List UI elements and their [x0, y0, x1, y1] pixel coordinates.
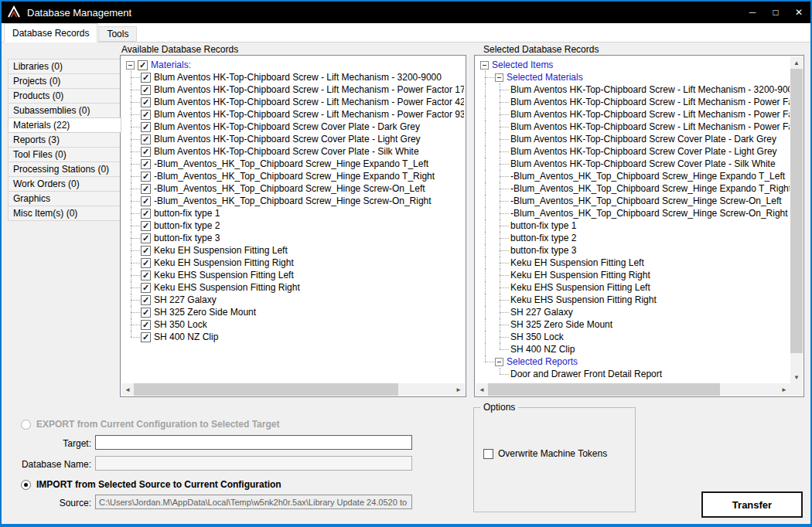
checkbox-checked-icon[interactable]: ✓ — [141, 283, 151, 293]
tree-row[interactable]: ✓Blum Aventos HK-Top-Chipboard Screw Cov… — [122, 133, 464, 145]
tree-row[interactable]: ✓SH 325 Zero Side Mount — [122, 306, 464, 318]
scroll-up-icon[interactable]: ▲ — [790, 56, 803, 69]
tree-row[interactable]: Blum Aventos HK-Top-Chipboard Screw - Li… — [476, 83, 790, 96]
checkbox-checked-icon[interactable]: ✓ — [141, 221, 151, 231]
tree-row[interactable]: button-fix type 3 — [476, 244, 790, 257]
maximize-icon[interactable]: □ — [764, 2, 787, 23]
checkbox-checked-icon[interactable]: ✓ — [141, 159, 151, 169]
tree-row[interactable]: ✓Blum Aventos HK-Top-Chipboard Screw - L… — [122, 108, 464, 121]
selected-horizontal-scrollbar[interactable]: ◄ ► — [476, 383, 790, 396]
tree-row[interactable]: ✓SH 227 Galaxy — [122, 294, 464, 306]
tree-row[interactable]: -Blum_Aventos_HK_Top_Chipboard Screw_Hin… — [476, 207, 790, 219]
checkbox-checked-icon[interactable]: ✓ — [141, 320, 151, 330]
checkbox-checked-icon[interactable]: ✓ — [141, 209, 151, 219]
tree-row[interactable]: ✓SH 400 NZ Clip — [122, 331, 464, 343]
tab-database-records[interactable]: Database Records — [4, 23, 97, 42]
collapse-minus-icon[interactable] — [480, 61, 489, 70]
overwrite-tokens-checkbox[interactable] — [483, 449, 493, 459]
tree-root-selected-items[interactable]: Selected Items — [476, 59, 790, 71]
checkbox-checked-icon[interactable]: ✓ — [141, 295, 151, 305]
tree-row[interactable]: ✓Keku EHS Suspension Fitting Left — [122, 269, 464, 281]
tree-row[interactable]: ✓Keku EHS Suspension Fitting Right — [122, 281, 464, 294]
export-radio[interactable] — [21, 420, 31, 430]
tree-row[interactable]: Blum Aventos HK-Top-Chipboard Screw - Li… — [476, 121, 790, 133]
tab-tools[interactable]: Tools — [98, 26, 137, 42]
tree-row[interactable]: ✓-Blum_Aventos_HK_Top_Chipboard Screw_Hi… — [122, 182, 464, 195]
scroll-down-icon[interactable]: ▼ — [790, 371, 803, 383]
sidebar-item[interactable]: Tool Files (0) — [8, 147, 121, 162]
tree-row[interactable]: ✓-Blum_Aventos_HK_Top_Chipboard Screw_Hi… — [122, 195, 464, 207]
checkbox-checked-icon[interactable]: ✓ — [141, 134, 151, 144]
sidebar-item[interactable]: Projects (0) — [8, 73, 121, 89]
tree-row[interactable]: ✓button-fix type 1 — [122, 207, 464, 219]
database-name-input[interactable] — [95, 456, 412, 471]
transfer-button[interactable]: Transfer — [701, 491, 803, 518]
sidebar-item[interactable]: Products (0) — [8, 88, 121, 104]
available-hscroll-thumb[interactable] — [134, 383, 398, 396]
checkbox-checked-icon[interactable]: ✓ — [141, 184, 151, 194]
checkbox-checked-icon[interactable]: ✓ — [141, 196, 151, 206]
collapse-minus-icon[interactable] — [495, 358, 503, 366]
import-radio[interactable] — [21, 480, 31, 490]
checkbox-checked-icon[interactable]: ✓ — [141, 270, 151, 280]
tree-row[interactable]: ✓-Blum_Aventos_HK_Top_Chipboard Screw_Hi… — [122, 170, 464, 182]
tree-row[interactable]: Keku EH Suspension Fitting Left — [476, 257, 790, 269]
scroll-left-icon[interactable]: ◄ — [476, 383, 488, 396]
tree-row[interactable]: Blum Aventos HK-Top-Chipboard Screw - Li… — [476, 96, 790, 108]
sidebar-item[interactable]: Libraries (0) — [8, 59, 121, 74]
tree-group-selected-reports[interactable]: Selected Reports — [476, 355, 790, 368]
checkbox-checked-icon[interactable]: ✓ — [141, 246, 151, 256]
checkbox-checked-icon[interactable]: ✓ — [141, 258, 151, 268]
target-input[interactable] — [95, 435, 412, 450]
tree-row[interactable]: -Blum_Aventos_HK_Top_Chipboard Screw_Hin… — [476, 170, 790, 182]
source-input[interactable] — [95, 495, 412, 509]
tree-row[interactable]: Blum Aventos HK-Top-Chipboard Screw Cove… — [476, 145, 790, 158]
scroll-right-icon[interactable]: ► — [778, 383, 790, 396]
tree-row[interactable]: ✓Blum Aventos HK-Top-Chipboard Screw - L… — [122, 71, 464, 83]
selected-vertical-scrollbar[interactable]: ▲ ▼ — [790, 56, 803, 383]
checkbox-checked-icon[interactable]: ✓ — [141, 172, 151, 182]
collapse-minus-icon[interactable] — [126, 61, 135, 70]
tree-row[interactable]: ✓Keku EH Suspension Fitting Right — [122, 257, 464, 269]
tree-row[interactable]: button-fix type 1 — [476, 219, 790, 232]
collapse-minus-icon[interactable] — [495, 73, 503, 82]
checkbox-checked-icon[interactable]: ✓ — [141, 85, 151, 95]
checkbox-checked-icon[interactable]: ✓ — [141, 122, 151, 132]
checkbox-checked-icon[interactable]: ✓ — [141, 97, 151, 107]
checkbox-checked-icon[interactable]: ✓ — [141, 147, 151, 157]
tree-row[interactable]: ✓Keku EH Suspension Fitting Left — [122, 244, 464, 257]
close-icon[interactable]: ✕ — [787, 2, 810, 23]
checkbox-checked-icon[interactable]: ✓ — [141, 308, 151, 318]
tree-row[interactable]: Blum Aventos HK-Top-Chipboard Screw Cove… — [476, 158, 790, 170]
checkbox-checked-icon[interactable]: ✓ — [141, 233, 151, 243]
tree-row[interactable]: ✓Blum Aventos HK-Top-Chipboard Screw Cov… — [122, 121, 464, 133]
selected-hscroll-thumb[interactable] — [488, 383, 720, 396]
sidebar-item[interactable]: Subassemblies (0) — [8, 103, 121, 118]
tree-row[interactable]: SH 400 NZ Clip — [476, 343, 790, 355]
scroll-right-icon[interactable]: ► — [452, 383, 465, 396]
sidebar-item[interactable]: Work Orders (0) — [8, 176, 121, 192]
tree-row[interactable]: ✓button-fix type 3 — [122, 232, 464, 244]
tree-root-materials[interactable]: ✓Materials: — [122, 59, 464, 71]
scroll-left-icon[interactable]: ◄ — [121, 383, 134, 396]
sidebar-item[interactable]: Reports (3) — [8, 132, 121, 148]
tree-row[interactable]: ✓-Blum_Aventos_HK_Top_Chipboard Screw_Hi… — [122, 158, 464, 170]
tree-row[interactable]: ✓Blum Aventos HK-Top-Chipboard Screw Cov… — [122, 145, 464, 158]
sidebar-item[interactable]: Processing Stations (0) — [8, 162, 121, 177]
tree-row[interactable]: Door and Drawer Front Detail Report — [476, 368, 790, 380]
minimize-icon[interactable]: ─ — [741, 2, 764, 23]
tree-row[interactable]: Blum Aventos HK-Top-Chipboard Screw - Li… — [476, 108, 790, 121]
tree-row[interactable]: Blum Aventos HK-Top-Chipboard Screw Cove… — [476, 133, 790, 145]
tree-row[interactable]: Keku EHS Suspension Fitting Right — [476, 294, 790, 306]
tree-row[interactable]: -Blum_Aventos_HK_Top_Chipboard Screw_Hin… — [476, 182, 790, 195]
tree-row[interactable]: -Blum_Aventos_HK_Top_Chipboard Screw_Hin… — [476, 195, 790, 207]
tree-row[interactable]: ✓Blum Aventos HK-Top-Chipboard Screw - L… — [122, 83, 464, 96]
tree-row[interactable]: button-fix type 2 — [476, 232, 790, 244]
checkbox-checked-icon[interactable]: ✓ — [141, 73, 151, 83]
tree-row[interactable]: SH 325 Zero Side Mount — [476, 318, 790, 331]
tree-row[interactable]: ✓button-fix type 2 — [122, 219, 464, 232]
checkbox-checked-icon[interactable]: ✓ — [141, 332, 151, 342]
tree-row[interactable]: Keku EHS Suspension Fitting Left — [476, 281, 790, 294]
selected-vscroll-thumb[interactable] — [790, 69, 803, 353]
tree-row[interactable]: SH 227 Galaxy — [476, 306, 790, 318]
